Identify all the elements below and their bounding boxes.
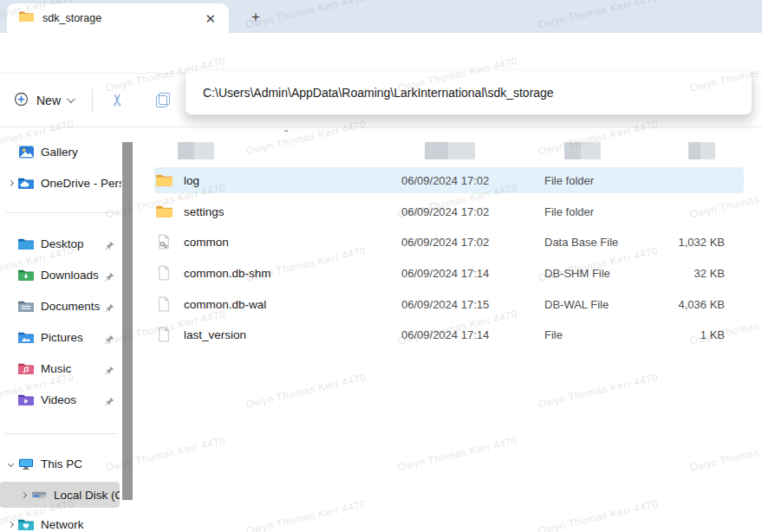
folder-icon (19, 10, 34, 26)
file-list: ⌃ log 06/09/2024 17:02 File folder (139, 128, 762, 532)
onedrive-folder-icon (17, 177, 35, 190)
file-size: 4,036 KB (670, 298, 725, 311)
file-type: File folder (544, 174, 670, 187)
sidebar-item-label: This PC (41, 457, 121, 470)
file-name: last_version (173, 328, 401, 341)
cut-icon[interactable]: ✂ (107, 94, 127, 107)
folder-icon (154, 173, 173, 187)
sidebar-scrollbar[interactable] (122, 142, 133, 500)
gallery-icon (17, 146, 35, 159)
tab-bar: sdk_storage ✕ + (0, 0, 762, 33)
file-row-last-version[interactable]: last_version 06/09/2024 17:14 File 1 KB (154, 321, 744, 347)
copy-icon[interactable] (156, 93, 170, 107)
file-date: 06/09/2024 17:14 (401, 267, 544, 280)
file-type: File folder (544, 205, 670, 218)
folder-icon (154, 204, 173, 218)
tab-close-icon[interactable]: ✕ (200, 10, 220, 27)
chevron-down-icon[interactable] (8, 460, 14, 466)
column-header-redaction (178, 142, 214, 159)
sidebar-item-music[interactable]: Music (0, 355, 121, 381)
file-date: 06/09/2024 17:02 (401, 205, 544, 218)
file-date: 06/09/2024 17:14 (401, 328, 544, 341)
music-folder-icon (17, 362, 35, 375)
file-date: 06/09/2024 17:02 (401, 174, 544, 187)
documents-folder-icon (17, 300, 35, 313)
file-explorer-window: sdk_storage ✕ + ← → ↑ ↻ C:\Users\Admin\A… (0, 0, 762, 532)
pin-icon (105, 269, 114, 285)
sidebar-item-label: Gallery (41, 146, 121, 159)
file-name: common.db-wal (173, 298, 401, 311)
file-type: DB-WAL File (544, 298, 670, 311)
pin-icon (105, 301, 114, 316)
sidebar-item-network[interactable]: Network (0, 511, 121, 532)
column-header-redaction (564, 142, 601, 159)
videos-folder-icon (17, 393, 35, 406)
plus-circle-icon (14, 92, 29, 109)
file-size: 1,032 KB (670, 236, 725, 249)
toolbar-divider (92, 89, 93, 112)
sidebar-divider (5, 212, 118, 213)
downloads-folder-icon (17, 269, 35, 282)
file-row-log[interactable]: log 06/09/2024 17:02 File folder (154, 167, 744, 193)
file-row-common[interactable]: common 06/09/2024 17:02 Data Base File 1… (154, 229, 744, 255)
file-row-settings[interactable]: settings 06/09/2024 17:02 File folder (154, 198, 744, 224)
file-icon (154, 265, 173, 281)
file-type: File (544, 328, 670, 341)
file-name: settings (173, 205, 401, 218)
sidebar: Gallery OneDrive - Perso De (0, 128, 139, 532)
file-row-common-db-wal[interactable]: common.db-wal 06/09/2024 17:15 DB-WAL Fi… (154, 291, 744, 317)
pin-icon (105, 363, 114, 379)
pin-icon (105, 332, 114, 347)
file-date: 06/09/2024 17:02 (401, 236, 544, 249)
sidebar-item-videos[interactable]: Videos (0, 386, 121, 412)
file-row-common-db-shm[interactable]: common.db-shm 06/09/2024 17:14 DB-SHM Fi… (154, 260, 744, 286)
file-date: 06/09/2024 17:15 (401, 298, 544, 311)
pin-icon (105, 394, 114, 410)
sidebar-item-label: Local Disk (C:) (54, 489, 120, 502)
sidebar-item-label: Network (41, 518, 121, 531)
database-file-icon (154, 234, 173, 250)
file-size: 32 KB (670, 267, 725, 280)
column-header-redaction (425, 142, 475, 159)
navigation-bar: ← → ↑ ↻ C:\Users\Admin\AppData\Roaming\L… (0, 33, 762, 74)
tab-sdk-storage[interactable]: sdk_storage ✕ (7, 3, 229, 33)
chevron-right-icon[interactable] (8, 521, 14, 527)
column-header-redaction (688, 142, 715, 159)
file-name: common (173, 236, 401, 249)
file-name: log (173, 174, 401, 187)
desktop-folder-icon (17, 237, 35, 250)
suggestion-item[interactable]: C:\Users\Admin\AppData\Roaming\LarkInter… (186, 86, 554, 100)
local-disk-icon (30, 489, 48, 501)
file-icon (154, 327, 173, 342)
sidebar-item-downloads[interactable]: Downloads (0, 262, 121, 288)
pictures-folder-icon (17, 331, 35, 344)
tab-title: sdk_storage (42, 12, 200, 24)
sidebar-item-gallery[interactable]: Gallery (0, 139, 121, 165)
file-name: common.db-shm (173, 267, 401, 280)
chevron-right-icon[interactable] (8, 179, 14, 185)
file-icon (154, 296, 173, 312)
sidebar-item-onedrive[interactable]: OneDrive - Perso (0, 170, 121, 196)
address-suggestion-dropdown: C:\Users\Admin\AppData\Roaming\LarkInter… (185, 71, 752, 115)
sidebar-divider (5, 433, 118, 434)
file-size: 1 KB (670, 328, 725, 341)
sidebar-item-pictures[interactable]: Pictures (0, 324, 121, 350)
new-button[interactable]: New (14, 92, 73, 109)
sidebar-item-local-disk[interactable]: Local Disk (C:) (0, 482, 120, 508)
sidebar-item-desktop[interactable]: Desktop (0, 230, 121, 256)
new-tab-button[interactable]: + (245, 7, 266, 28)
chevron-right-icon[interactable] (21, 491, 27, 497)
sidebar-item-this-pc[interactable]: This PC (0, 451, 121, 477)
pin-icon (105, 238, 114, 254)
new-button-label: New (36, 94, 61, 107)
sort-ascending-icon: ⌃ (283, 128, 290, 138)
file-type: Data Base File (544, 236, 670, 249)
sidebar-item-label: OneDrive - Perso (41, 177, 121, 190)
chevron-down-icon (67, 94, 75, 103)
this-pc-icon (17, 457, 35, 470)
file-type: DB-SHM File (544, 267, 670, 280)
network-icon (17, 518, 35, 531)
sidebar-item-documents[interactable]: Documents (0, 293, 121, 319)
